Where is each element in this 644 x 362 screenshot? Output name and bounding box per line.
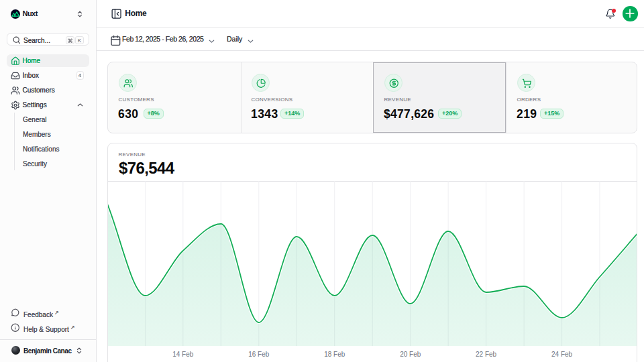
svg-text:16 Feb: 16 Feb [248,351,270,358]
svg-text:22 Feb: 22 Feb [476,351,497,358]
svg-text:18 Feb: 18 Feb [324,351,345,358]
svg-text:20 Feb: 20 Feb [400,351,421,358]
svg-text:14 Feb: 14 Feb [172,351,194,358]
svg-text:24 Feb: 24 Feb [551,351,573,358]
